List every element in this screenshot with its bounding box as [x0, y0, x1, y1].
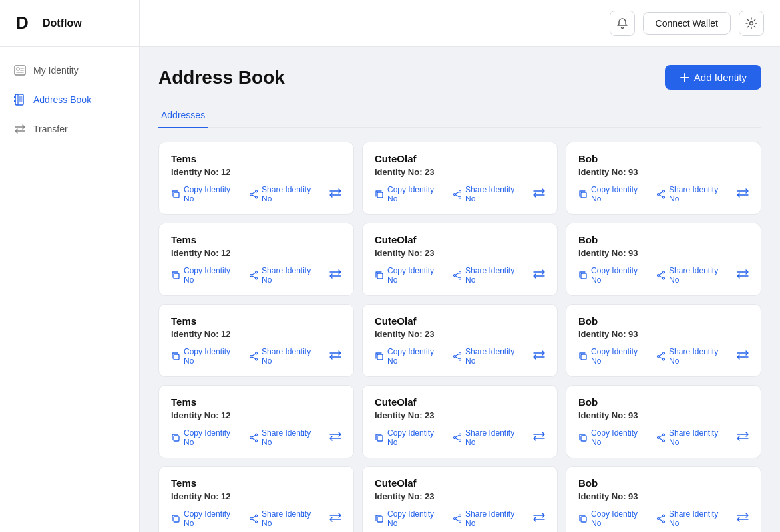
transfer-button[interactable]: [329, 269, 341, 281]
svg-point-82: [663, 434, 665, 436]
transfer-arrows-icon: [737, 188, 749, 198]
transfer-button[interactable]: [533, 350, 545, 362]
card-actions: Copy Identity No Share Identity No: [171, 509, 341, 528]
card-name: Bob: [578, 315, 749, 327]
settings-button[interactable]: [739, 11, 764, 36]
copy-identity-button[interactable]: Copy Identity No: [171, 509, 240, 528]
card-identity-no: Identity No: 23: [375, 167, 545, 177]
copy-icon: [375, 514, 384, 523]
card-name: Tems: [171, 477, 341, 489]
share-identity-button[interactable]: Share Identity No: [453, 185, 524, 203]
svg-line-67: [659, 354, 662, 356]
share-identity-button[interactable]: Share Identity No: [249, 266, 320, 285]
svg-rect-63: [581, 354, 586, 360]
transfer-button[interactable]: [533, 513, 545, 525]
copy-identity-button[interactable]: Copy Identity No: [578, 185, 647, 203]
card-actions: Copy Identity No Share Identity No: [171, 185, 341, 203]
svg-rect-21: [377, 192, 383, 198]
svg-point-36: [250, 275, 252, 277]
svg-point-64: [663, 352, 665, 354]
transfer-button[interactable]: [329, 432, 341, 444]
share-identity-button[interactable]: Share Identity No: [249, 347, 320, 366]
copy-identity-button[interactable]: Copy Identity No: [171, 266, 240, 285]
sidebar-item-my-identity[interactable]: My Identity: [0, 57, 139, 84]
share-identity-button[interactable]: Share Identity No: [453, 509, 524, 528]
transfer-button[interactable]: [533, 432, 545, 444]
svg-point-42: [454, 275, 456, 277]
logo-text: Dotflow: [43, 17, 82, 29]
header: Connect Wallet: [140, 0, 780, 47]
copy-identity-button[interactable]: Copy Identity No: [375, 266, 443, 285]
share-identity-button[interactable]: Share Identity No: [656, 185, 727, 203]
svg-rect-33: [174, 273, 179, 279]
card-actions: Copy Identity No Share Identity No: [578, 347, 749, 366]
transfer-button[interactable]: [737, 513, 749, 525]
copy-icon: [375, 190, 384, 199]
transfer-button[interactable]: [533, 269, 545, 281]
share-identity-button[interactable]: Share Identity No: [249, 428, 320, 447]
svg-line-68: [659, 357, 662, 359]
copy-identity-button[interactable]: Copy Identity No: [171, 428, 240, 447]
svg-line-31: [659, 192, 662, 194]
svg-point-90: [250, 518, 252, 520]
transfer-button[interactable]: [329, 513, 341, 525]
sidebar-item-address-book-label: Address Book: [33, 94, 91, 105]
identity-card: Bob Identity No: 93 Copy Identity No: [566, 304, 761, 377]
sidebar-item-transfer-label: Transfer: [33, 124, 68, 134]
svg-point-47: [663, 277, 665, 279]
share-icon: [249, 433, 258, 442]
transfer-button[interactable]: [737, 269, 749, 281]
share-identity-button[interactable]: Share Identity No: [656, 509, 727, 528]
bell-icon: [616, 17, 628, 29]
transfer-button[interactable]: [329, 188, 341, 200]
share-identity-button[interactable]: Share Identity No: [453, 428, 524, 447]
svg-rect-7: [15, 94, 23, 105]
share-icon: [453, 352, 462, 361]
tab-addresses[interactable]: Addresses: [158, 103, 208, 128]
copy-identity-button[interactable]: Copy Identity No: [375, 347, 443, 366]
share-identity-button[interactable]: Share Identity No: [656, 266, 727, 285]
share-identity-button[interactable]: Share Identity No: [656, 347, 727, 366]
svg-point-54: [250, 356, 252, 358]
share-identity-button[interactable]: Share Identity No: [453, 266, 524, 285]
identity-card: CuteOlaf Identity No: 23 Copy Identity N…: [362, 466, 558, 532]
copy-identity-button[interactable]: Copy Identity No: [578, 509, 647, 528]
card-name: Tems: [171, 234, 341, 245]
transfer-button[interactable]: [329, 350, 341, 362]
transfer-button[interactable]: [737, 432, 749, 444]
share-identity-button[interactable]: Share Identity No: [249, 185, 320, 203]
transfer-arrows-icon: [737, 513, 749, 522]
connect-wallet-button[interactable]: Connect Wallet: [643, 12, 731, 35]
copy-identity-button[interactable]: Copy Identity No: [578, 347, 647, 366]
card-identity-no: Identity No: 12: [171, 167, 341, 177]
svg-point-102: [658, 518, 660, 520]
svg-line-32: [659, 195, 662, 197]
transfer-button[interactable]: [737, 188, 749, 200]
svg-point-59: [459, 358, 461, 360]
notification-bell-button[interactable]: [610, 11, 635, 36]
share-identity-button[interactable]: Share Identity No: [249, 509, 320, 528]
share-identity-button[interactable]: Share Identity No: [453, 347, 524, 366]
card-identity-no: Identity No: 12: [171, 248, 341, 258]
share-identity-button[interactable]: Share Identity No: [656, 428, 727, 447]
content-header: Address Book Add Identity: [158, 65, 761, 90]
share-icon: [249, 514, 258, 523]
copy-identity-button[interactable]: Copy Identity No: [171, 347, 240, 366]
sidebar-item-address-book[interactable]: Address Book: [0, 86, 139, 113]
copy-identity-button[interactable]: Copy Identity No: [171, 185, 240, 203]
transfer-button[interactable]: [533, 188, 545, 200]
card-name: CuteOlaf: [375, 396, 545, 408]
sidebar-item-transfer[interactable]: Transfer: [0, 116, 139, 142]
copy-icon: [578, 271, 588, 280]
copy-identity-button[interactable]: Copy Identity No: [375, 428, 443, 447]
copy-identity-button[interactable]: Copy Identity No: [578, 266, 647, 285]
copy-identity-button[interactable]: Copy Identity No: [375, 509, 443, 528]
svg-rect-57: [377, 354, 383, 360]
copy-icon: [171, 433, 180, 442]
svg-rect-15: [174, 192, 179, 198]
copy-identity-button[interactable]: Copy Identity No: [375, 185, 443, 203]
add-identity-button[interactable]: Add Identity: [665, 65, 761, 90]
copy-identity-button[interactable]: Copy Identity No: [578, 428, 647, 447]
transfer-button[interactable]: [737, 350, 749, 362]
share-icon: [249, 352, 258, 361]
